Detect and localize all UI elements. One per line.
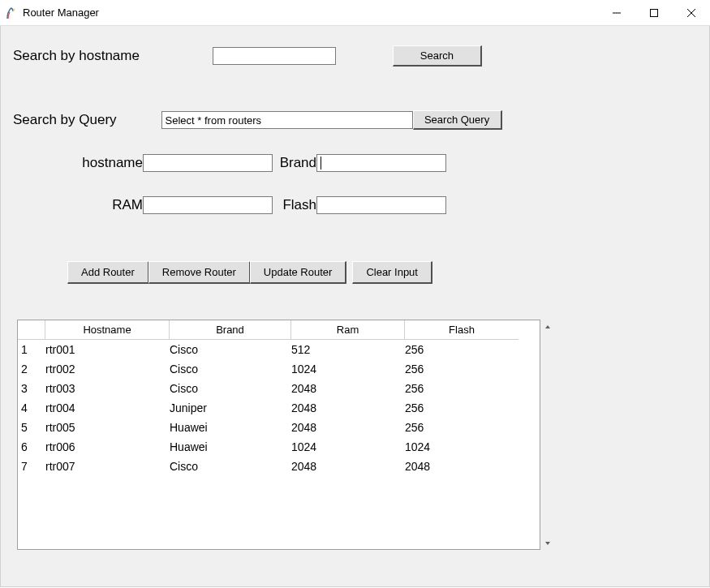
table-row[interactable]: 4rtr004Juniper2048256 [18, 398, 540, 418]
search-query-button[interactable]: Search Query [413, 110, 502, 130]
table-wrap: Hostname Brand Ram Flash 1rtr001Cisco512… [17, 320, 554, 550]
remove-router-button[interactable]: Remove Router [148, 261, 251, 284]
brand-input[interactable] [316, 154, 446, 172]
cell-hostname: rtr007 [45, 460, 170, 473]
table-body: 1rtr001Cisco5122562rtr002Cisco10242563rt… [18, 340, 540, 476]
client-area: Search by hostname Search Search by Quer… [0, 26, 710, 587]
header-flash[interactable]: Flash [405, 320, 519, 340]
update-router-label: Update Router [264, 266, 333, 278]
search-button[interactable]: Search [393, 45, 482, 67]
cell-n: 5 [18, 421, 45, 434]
cell-n: 7 [18, 460, 45, 473]
titlebar: Router Manager [0, 0, 710, 26]
header-brand[interactable]: Brand [170, 320, 291, 340]
svg-rect-1 [651, 9, 658, 16]
cell-hostname: rtr004 [45, 401, 170, 414]
cell-brand: Juniper [170, 401, 291, 414]
cell-brand: Cisco [170, 363, 291, 376]
cell-brand: Huawei [170, 440, 291, 453]
table-row[interactable]: 6rtr006Huawei10241024 [18, 437, 540, 457]
scroll-down-icon[interactable] [540, 536, 554, 550]
remove-router-label: Remove Router [162, 266, 236, 278]
ram-input[interactable] [143, 196, 273, 214]
ram-label: RAM [74, 197, 143, 213]
cell-brand: Cisco [170, 460, 291, 473]
brand-label: Brand [273, 155, 316, 171]
cell-n: 1 [18, 343, 45, 356]
cell-n: 3 [18, 382, 45, 395]
cell-flash: 256 [405, 382, 519, 395]
hostname-label: hostname [74, 155, 143, 171]
cell-n: 2 [18, 363, 45, 376]
cell-hostname: rtr006 [45, 440, 170, 453]
header-hostname[interactable]: Hostname [45, 320, 170, 340]
table-row[interactable]: 2rtr002Cisco1024256 [18, 359, 540, 379]
search-query-button-label: Search Query [424, 114, 489, 126]
app-icon [5, 6, 18, 19]
hostname-input[interactable] [143, 154, 273, 172]
action-buttons: Add Router Remove Router Update Router C… [67, 261, 432, 284]
cell-brand: Cisco [170, 382, 291, 395]
search-query-label: Search by Query [13, 112, 117, 128]
table-header: Hostname Brand Ram Flash [18, 320, 540, 340]
cell-ram: 2048 [291, 421, 405, 434]
window-title: Router Manager [23, 6, 99, 19]
cell-flash: 256 [405, 401, 519, 414]
cell-brand: Cisco [170, 343, 291, 356]
table-row[interactable]: 7rtr007Cisco20482048 [18, 457, 540, 476]
cell-flash: 256 [405, 343, 519, 356]
cell-hostname: rtr001 [45, 343, 170, 356]
clear-input-button[interactable]: Clear Input [352, 261, 432, 284]
cell-flash: 256 [405, 363, 519, 376]
search-query-input[interactable] [161, 111, 413, 129]
header-rownum[interactable] [18, 320, 45, 340]
cell-ram: 512 [291, 343, 405, 356]
cell-ram: 2048 [291, 382, 405, 395]
cell-hostname: rtr003 [45, 382, 170, 395]
minimize-button[interactable] [598, 0, 635, 26]
table-row[interactable]: 3rtr003Cisco2048256 [18, 379, 540, 398]
table-row[interactable]: 5rtr005Huawei2048256 [18, 418, 540, 437]
cell-ram: 1024 [291, 440, 405, 453]
cell-flash: 2048 [405, 460, 519, 473]
scroll-up-icon[interactable] [540, 320, 554, 333]
search-query-row: Search by Query Search Query [13, 110, 502, 130]
router-table[interactable]: Hostname Brand Ram Flash 1rtr001Cisco512… [17, 320, 540, 550]
close-button[interactable] [673, 0, 710, 26]
flash-input[interactable] [316, 196, 446, 214]
search-hostname-row: Search by hostname Search [13, 45, 482, 67]
add-router-label: Add Router [81, 266, 135, 278]
cell-n: 4 [18, 401, 45, 414]
cell-flash: 256 [405, 421, 519, 434]
search-button-label: Search [420, 49, 454, 62]
update-router-button[interactable]: Update Router [250, 261, 347, 284]
text-cursor [321, 157, 321, 170]
table-scrollbar[interactable] [540, 320, 554, 550]
cell-ram: 2048 [291, 460, 405, 473]
fields-group: hostname Brand RAM Flash [74, 154, 446, 238]
maximize-button[interactable] [635, 0, 673, 26]
cell-flash: 1024 [405, 440, 519, 453]
flash-label: Flash [273, 197, 316, 213]
cell-ram: 1024 [291, 363, 405, 376]
clear-input-label: Clear Input [366, 266, 418, 278]
table-row[interactable]: 1rtr001Cisco512256 [18, 340, 540, 359]
cell-n: 6 [18, 440, 45, 453]
add-router-button[interactable]: Add Router [67, 261, 149, 284]
cell-hostname: rtr002 [45, 363, 170, 376]
cell-hostname: rtr005 [45, 421, 170, 434]
cell-ram: 2048 [291, 401, 405, 414]
header-ram[interactable]: Ram [291, 320, 405, 340]
search-hostname-input[interactable] [213, 47, 336, 65]
cell-brand: Huawei [170, 421, 291, 434]
search-hostname-label: Search by hostname [13, 48, 140, 64]
